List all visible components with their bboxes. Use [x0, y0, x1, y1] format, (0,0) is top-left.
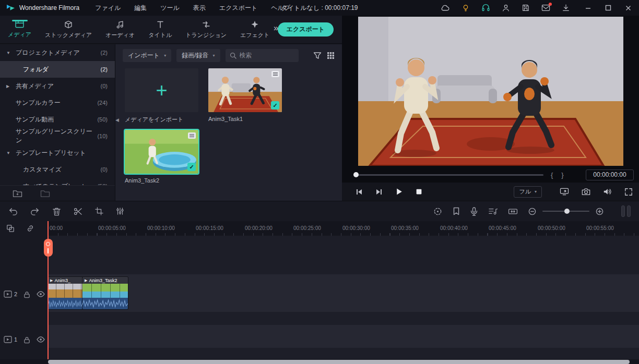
- new-folder-icon[interactable]: [13, 189, 22, 198]
- account-icon[interactable]: [502, 4, 510, 12]
- playhead[interactable]: [48, 221, 49, 359]
- tab-audio[interactable]: オーディオ: [99, 20, 141, 39]
- clip-thumbnail-strip: [82, 284, 128, 298]
- crop-icon[interactable]: [95, 207, 103, 215]
- support-headset-icon[interactable]: [481, 4, 490, 12]
- timeline-clip-anim3-task2[interactable]: ▶ Anim3_Task2: [82, 277, 128, 309]
- sidebar-item-label: テンプレートプリセット: [16, 149, 86, 157]
- lock-icon[interactable]: [23, 336, 30, 344]
- zoom-slider-handle[interactable]: [564, 209, 570, 214]
- maximize-button[interactable]: [605, 5, 611, 11]
- tab-media[interactable]: メディア: [1, 20, 38, 39]
- tab-titles[interactable]: タイトル: [141, 20, 179, 39]
- download-icon[interactable]: [562, 4, 570, 12]
- audio-mixer-list-icon[interactable]: [488, 207, 498, 215]
- play-button[interactable]: [395, 188, 403, 196]
- timeline-panel: 00:00 00:00:05:00 00:00:10:00 00:00:15:0…: [0, 201, 639, 364]
- speaker-icon[interactable]: [603, 188, 612, 196]
- close-button[interactable]: [625, 5, 632, 11]
- chevron-down-icon: ▾: [212, 53, 215, 58]
- ripple-edit-icon[interactable]: [508, 208, 518, 215]
- render-preview-icon[interactable]: [433, 207, 442, 216]
- snapshot-camera-icon[interactable]: [582, 188, 590, 196]
- search-box[interactable]: [226, 49, 299, 62]
- media-item-anim3-task2[interactable]: ✓: [125, 130, 198, 174]
- timeline-tracks[interactable]: ▶ Anim3_ ▶ Anim3_Task2: [0, 236, 639, 359]
- sidebar-item-green-screen[interactable]: サンプルグリーンスクリーン (10): [0, 128, 115, 144]
- filter-icon[interactable]: [313, 52, 322, 59]
- tips-bulb-icon[interactable]: [462, 4, 470, 13]
- sidebar-item-project-media[interactable]: ▼ プロジェクトメディア (2): [0, 44, 115, 61]
- mark-in-icon[interactable]: {: [551, 171, 553, 179]
- mixer-icon[interactable]: [116, 207, 124, 215]
- expand-arrow-icon[interactable]: ▶: [6, 84, 16, 89]
- previous-frame-button[interactable]: [356, 188, 363, 196]
- redo-icon[interactable]: [30, 207, 40, 215]
- tab-stock-media[interactable]: ストックメディア: [38, 20, 99, 39]
- grid-view-icon[interactable]: [327, 52, 335, 59]
- sidebar-item-sample-colors[interactable]: サンプルカラー (24): [0, 94, 115, 111]
- timeline-corner-tools: [0, 221, 48, 236]
- sidebar-item-customize[interactable]: カスタマイズ (0): [0, 161, 115, 178]
- sidebar-item-all-templates[interactable]: すべてのテンプレート (50): [0, 178, 115, 185]
- mark-out-icon[interactable]: }: [561, 171, 563, 179]
- preview-seekbar[interactable]: [353, 174, 543, 176]
- menu-tools[interactable]: ツール: [160, 4, 180, 13]
- next-frame-button[interactable]: [375, 188, 383, 196]
- save-icon[interactable]: [522, 4, 530, 12]
- undo-icon[interactable]: [8, 207, 18, 215]
- mirror-display-icon[interactable]: [560, 188, 569, 196]
- menu-export[interactable]: エクスポート: [219, 4, 257, 13]
- track-1-lane: [48, 325, 639, 348]
- mail-icon[interactable]: [541, 4, 550, 11]
- search-input[interactable]: [240, 52, 294, 59]
- project-title: タイトルなし : 00:00:07:19: [281, 4, 358, 13]
- dual-pane-icon[interactable]: [621, 205, 631, 217]
- timeline-scrollbar[interactable]: [48, 360, 630, 364]
- lock-icon[interactable]: [23, 290, 30, 298]
- playhead-handle[interactable]: [44, 239, 53, 257]
- media-item-anim3-task1[interactable]: ✓: [208, 68, 282, 112]
- timeline-ruler[interactable]: 00:00 00:00:05:00 00:00:10:00 00:00:15:0…: [0, 221, 639, 236]
- collapse-panel-button[interactable]: ◀: [115, 117, 119, 123]
- zoom-out-icon[interactable]: [528, 208, 536, 215]
- expand-arrow-icon[interactable]: ▼: [6, 51, 16, 55]
- expand-arrow-icon[interactable]: ▼: [6, 151, 16, 155]
- delete-folder-icon[interactable]: [40, 189, 50, 198]
- timeline-clip-anim3-task1[interactable]: ▶ Anim3_: [48, 277, 82, 309]
- eye-icon[interactable]: [37, 336, 45, 343]
- sidebar-item-sample-videos[interactable]: サンプル動画 (50): [0, 111, 115, 128]
- sidebar-item-folder[interactable]: フォルダ (2): [0, 61, 115, 78]
- manage-tracks-icon[interactable]: [6, 224, 15, 233]
- filmora-window: Wondershare Filmora ファイル 編集 ツール 表示 エクスポー…: [0, 0, 639, 364]
- menu-file[interactable]: ファイル: [95, 4, 121, 13]
- marker-icon[interactable]: [453, 207, 460, 215]
- voiceover-mic-icon[interactable]: [470, 207, 478, 216]
- fullscreen-icon[interactable]: [624, 188, 633, 196]
- quality-dropdown[interactable]: フル ▾: [514, 186, 542, 198]
- sidebar-item-shared-media[interactable]: ▶ 共有メディア (0): [0, 78, 115, 94]
- stop-button[interactable]: [416, 188, 422, 195]
- export-button[interactable]: エクスポート: [278, 22, 334, 37]
- sidebar-item-label: プロジェクトメディア: [16, 48, 80, 57]
- cloud-icon[interactable]: [440, 4, 450, 12]
- video-track-icon[interactable]: [4, 290, 12, 298]
- tab-effects[interactable]: エフェクト: [233, 20, 276, 39]
- tab-transitions[interactable]: トランジション: [179, 20, 233, 39]
- sidebar-item-template-presets[interactable]: ▼ テンプレートプリセット: [0, 144, 115, 161]
- zoom-slider[interactable]: [542, 211, 589, 212]
- trash-icon[interactable]: [52, 207, 61, 216]
- record-dropdown[interactable]: 録画/録音 ▾: [176, 49, 220, 62]
- minimize-button[interactable]: [585, 5, 591, 11]
- import-dropdown[interactable]: インポート ▾: [123, 49, 171, 62]
- menu-edit[interactable]: 編集: [134, 4, 147, 13]
- seekbar-handle[interactable]: [353, 172, 359, 177]
- media-icon: [15, 20, 24, 28]
- eye-icon[interactable]: [37, 291, 45, 297]
- menu-view[interactable]: 表示: [193, 4, 206, 13]
- zoom-in-icon[interactable]: [596, 208, 604, 215]
- link-icon[interactable]: [26, 224, 34, 233]
- scissors-split-icon[interactable]: [74, 207, 82, 216]
- video-track-icon[interactable]: [4, 336, 12, 343]
- import-media-tile[interactable]: +: [125, 68, 198, 112]
